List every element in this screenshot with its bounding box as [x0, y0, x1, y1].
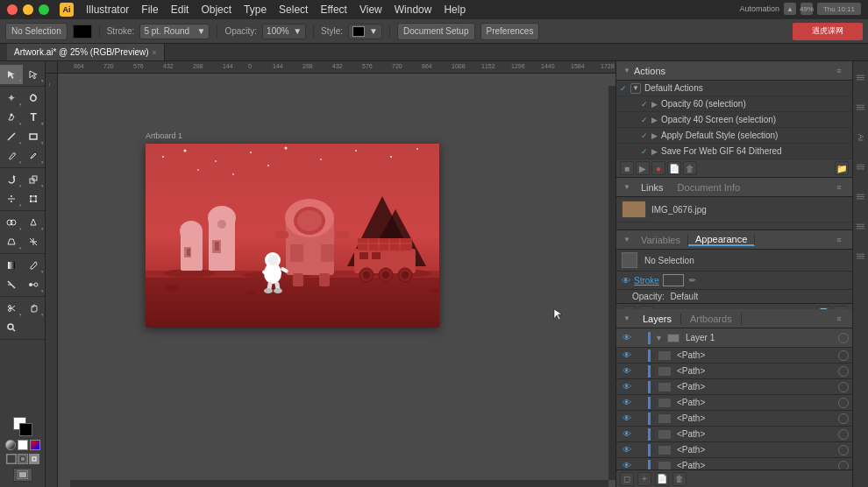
- layers-collapse-arrow[interactable]: ▼: [623, 314, 630, 322]
- layer-vis-icon[interactable]: 👁: [620, 350, 634, 360]
- menu-file[interactable]: File: [141, 4, 158, 16]
- mini-btn-7[interactable]: |||: [855, 244, 867, 270]
- visibility-icon[interactable]: 👁: [622, 276, 630, 286]
- expand-btn[interactable]: ▼: [630, 83, 641, 94]
- action-item-default-style[interactable]: ✓ ▶ Apply Default Style (selection): [616, 128, 852, 144]
- stroke-color-swatch[interactable]: [663, 274, 684, 286]
- delete-layer-btn[interactable]: 🗑: [672, 472, 687, 486]
- layer-expand-arrow[interactable]: ▼: [655, 334, 663, 342]
- draw-inside-btn[interactable]: [29, 454, 39, 464]
- stroke-appearance-row[interactable]: 👁 Stroke ✏: [616, 272, 852, 290]
- layer-target-circle[interactable]: [838, 429, 849, 440]
- screen-mode-btn[interactable]: [13, 468, 32, 482]
- eyedropper-tool[interactable]: ▾: [23, 256, 46, 275]
- stop-btn[interactable]: ■: [620, 161, 634, 175]
- delete-action-btn[interactable]: 🗑: [683, 161, 697, 175]
- action-item-default-actions[interactable]: ✓ ▼ Default Actions: [616, 81, 852, 96]
- selection-tool[interactable]: ▾: [0, 65, 23, 84]
- pencil-tool[interactable]: ▾: [23, 146, 46, 166]
- layer-target-circle[interactable]: [838, 382, 849, 392]
- layer-target-circle[interactable]: [838, 445, 849, 455]
- layer-visibility-icon[interactable]: 👁: [620, 333, 634, 342]
- play-btn[interactable]: ▶: [636, 161, 650, 175]
- draw-behind-btn[interactable]: [18, 454, 28, 464]
- paintbrush-tool[interactable]: ▾: [0, 146, 23, 166]
- scale-tool[interactable]: ▾: [23, 170, 46, 189]
- links-panel-menu[interactable]: ≡: [833, 181, 845, 194]
- vertical-scrollbar[interactable]: [608, 86, 615, 480]
- folder-icon[interactable]: 📁: [835, 161, 849, 175]
- actions-collapse-arrow[interactable]: ▼: [623, 67, 630, 74]
- artboard[interactable]: Artboard 1: [146, 144, 439, 328]
- close-window-button[interactable]: [7, 4, 18, 15]
- gradient-tool[interactable]: [0, 256, 23, 275]
- layer-item-path-6[interactable]: 👁 <Path>: [616, 427, 852, 442]
- direct-selection-tool[interactable]: ▾: [23, 65, 46, 84]
- width-tool[interactable]: ▾: [0, 189, 23, 208]
- layer-vis-icon[interactable]: 👁: [620, 461, 634, 469]
- layer-item-path-5[interactable]: 👁 <Path>: [616, 411, 852, 427]
- layer-item-path-2[interactable]: 👁 <Path>: [616, 363, 852, 379]
- menu-type[interactable]: Type: [244, 4, 267, 16]
- layer-item-path-3[interactable]: 👁 <Path>: [616, 379, 852, 395]
- layer-target-circle[interactable]: [838, 350, 849, 361]
- layers-panel-menu[interactable]: ≡: [833, 313, 845, 325]
- stroke-appearance-label[interactable]: Stroke: [634, 276, 659, 286]
- link-item[interactable]: IMG_0676.jpg: [616, 197, 852, 222]
- menu-help[interactable]: Help: [444, 4, 466, 16]
- fill-swatch[interactable]: [73, 25, 92, 39]
- links-collapse-arrow[interactable]: ▼: [623, 183, 630, 191]
- mesh-tool[interactable]: [23, 232, 46, 251]
- lasso-tool[interactable]: [23, 88, 46, 108]
- canvas-area[interactable]: 864 720 576 432 288 144 0 144 288 432 57…: [46, 61, 615, 487]
- layer-target-circle[interactable]: [838, 333, 849, 343]
- style-dropdown[interactable]: ▼: [348, 24, 382, 39]
- minimize-window-button[interactable]: [23, 4, 33, 15]
- layer-vis-icon[interactable]: 👁: [620, 413, 634, 423]
- zoom-tool[interactable]: [0, 318, 23, 337]
- layer-target-circle[interactable]: [838, 398, 849, 408]
- new-sublayer-btn[interactable]: +: [637, 472, 651, 486]
- actions-panel-menu[interactable]: ≡: [833, 65, 845, 77]
- document-setup-btn[interactable]: Document Setup: [397, 23, 475, 40]
- magic-wand-tool[interactable]: ✦▾: [0, 88, 23, 108]
- action-item-opacity40[interactable]: ✓ ▶ Opacity 40 Screen (selection): [616, 112, 852, 128]
- measure-tool[interactable]: [0, 275, 23, 294]
- scissors-tool[interactable]: ▾: [0, 299, 23, 318]
- rotate-tool[interactable]: ▾: [0, 170, 23, 189]
- mini-btn-5[interactable]: |||: [855, 184, 867, 210]
- menu-edit[interactable]: Edit: [171, 4, 189, 16]
- tab-close-btn[interactable]: ×: [153, 48, 157, 57]
- shape-builder-tool[interactable]: ▾: [0, 213, 23, 232]
- vars-panel-menu[interactable]: ≡: [833, 234, 845, 246]
- menu-view[interactable]: View: [359, 4, 382, 16]
- make-clipping-mask-btn[interactable]: ◻: [620, 472, 634, 486]
- new-action-btn[interactable]: 📄: [667, 161, 681, 175]
- layer-item-main[interactable]: 👁 ▼ Layer 1: [616, 328, 852, 348]
- layer-item-path-4[interactable]: 👁 <Path>: [616, 395, 852, 411]
- menu-object[interactable]: Object: [201, 4, 231, 16]
- none-btn[interactable]: [18, 440, 28, 450]
- fullscreen-window-button[interactable]: [39, 4, 49, 15]
- live-paint-tool[interactable]: ▾: [23, 213, 46, 232]
- new-layer-btn[interactable]: 📄: [655, 472, 669, 486]
- rect-tool[interactable]: ▾: [23, 127, 46, 146]
- menu-effect[interactable]: Effect: [320, 4, 346, 16]
- vars-collapse-arrow[interactable]: ▼: [623, 236, 630, 244]
- action-item-save-web[interactable]: ✓ ▶ Save For Web GIF 64 Dithered: [616, 144, 852, 159]
- appearance-tab[interactable]: Appearance: [688, 234, 755, 246]
- action-item-opacity60[interactable]: ✓ ▶ Opacity 60 (selection): [616, 96, 852, 112]
- perspective-tool[interactable]: ▾: [0, 232, 23, 251]
- line-tool[interactable]: ▾: [0, 127, 23, 146]
- mini-btn-6[interactable]: |||: [855, 214, 867, 240]
- normal-mode-btn[interactable]: [5, 440, 16, 450]
- artboards-tab[interactable]: Artboards: [681, 314, 742, 324]
- layer-target-circle[interactable]: [838, 461, 849, 470]
- menu-select[interactable]: Select: [279, 4, 308, 16]
- menu-illustrator[interactable]: Illustrator: [86, 4, 129, 16]
- layer-vis-icon[interactable]: 👁: [620, 366, 634, 376]
- document-info-tab[interactable]: Document Info: [671, 182, 748, 193]
- layers-tab[interactable]: Layers: [634, 314, 681, 324]
- type-tool[interactable]: T▾: [23, 108, 46, 127]
- gradient-btn[interactable]: [30, 440, 40, 450]
